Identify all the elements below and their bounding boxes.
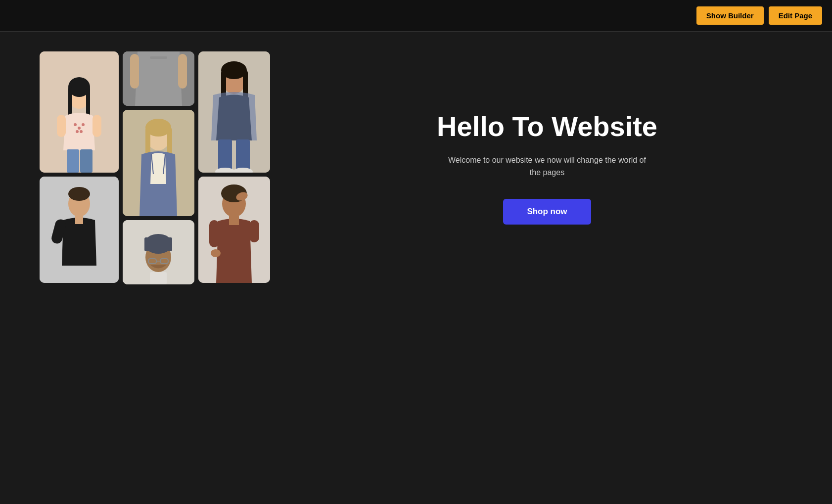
photo-grid xyxy=(40,51,272,284)
photo-woman-denim xyxy=(123,110,194,216)
svg-rect-37 xyxy=(150,272,167,284)
svg-rect-43 xyxy=(218,139,232,172)
hero-section: Hello To Website Welcome to our website … xyxy=(302,92,792,244)
svg-point-16 xyxy=(68,187,90,201)
shop-now-button[interactable]: Shop now xyxy=(503,199,591,225)
svg-rect-10 xyxy=(67,149,79,173)
svg-rect-3 xyxy=(68,87,72,117)
photo-col-1 xyxy=(40,51,119,284)
main-content: Hello To Website Welcome to our website … xyxy=(0,32,832,304)
svg-rect-21 xyxy=(130,54,139,89)
svg-point-6 xyxy=(78,127,81,130)
svg-rect-18 xyxy=(75,215,83,224)
show-builder-button[interactable]: Show Builder xyxy=(696,6,764,25)
svg-rect-51 xyxy=(209,220,219,247)
svg-rect-11 xyxy=(80,149,92,173)
photo-col-2 xyxy=(123,51,194,284)
header: Show Builder Edit Page xyxy=(0,0,832,32)
photo-man-black xyxy=(40,177,119,283)
photo-woman-sitting xyxy=(198,51,270,173)
svg-point-5 xyxy=(74,123,77,126)
svg-point-7 xyxy=(82,123,85,126)
svg-point-54 xyxy=(211,249,221,257)
photo-woman-tshirt xyxy=(40,51,119,173)
hero-subtitle: Welcome to our website we now will chang… xyxy=(443,154,651,179)
photo-man-brown xyxy=(198,177,270,283)
svg-rect-22 xyxy=(178,54,187,89)
svg-rect-52 xyxy=(249,220,259,242)
svg-rect-20 xyxy=(150,56,167,59)
svg-rect-33 xyxy=(144,237,172,251)
svg-rect-44 xyxy=(236,139,250,172)
photo-man-hat xyxy=(123,220,194,284)
svg-rect-13 xyxy=(92,115,101,137)
photo-col-3 xyxy=(198,51,270,284)
svg-rect-53 xyxy=(229,216,239,225)
hero-title: Hello To Website xyxy=(437,111,657,142)
edit-page-button[interactable]: Edit Page xyxy=(769,6,822,25)
svg-point-8 xyxy=(76,130,79,133)
svg-rect-12 xyxy=(57,115,66,137)
svg-point-9 xyxy=(80,130,83,133)
svg-rect-4 xyxy=(86,87,90,117)
photo-man-gray xyxy=(123,51,194,106)
